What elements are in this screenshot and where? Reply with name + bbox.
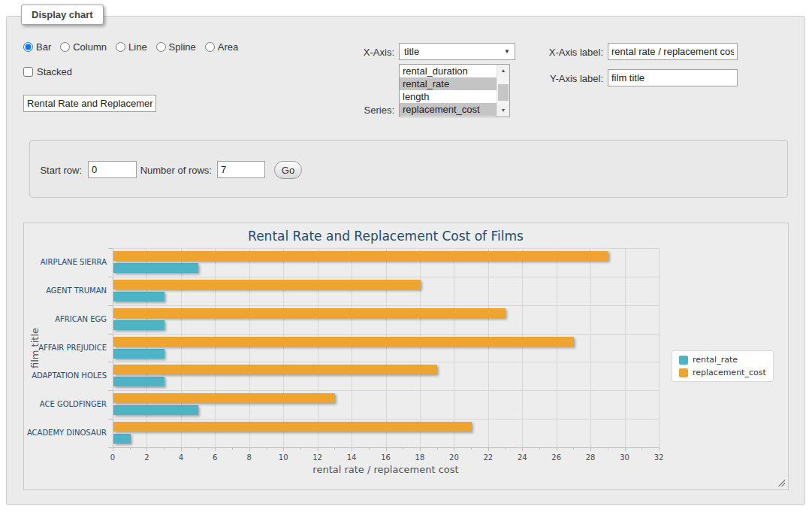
- x-tick-label: 22: [477, 453, 500, 462]
- value-gridline: [625, 248, 626, 447]
- value-gridline: [181, 248, 182, 447]
- category-label: AFFAIR PREJUDICE: [26, 344, 107, 352]
- x-tick-label: 2: [135, 453, 158, 462]
- panel-legend: Display chart: [21, 5, 104, 25]
- category-label: AIRPLANE SIERRA: [26, 258, 107, 266]
- x-axis-tick: [386, 447, 387, 451]
- value-gridline: [659, 248, 660, 447]
- bar-rental-rate: [113, 377, 165, 386]
- y-axis-tick: [108, 305, 113, 306]
- chart-type-option-column[interactable]: Column: [60, 41, 107, 53]
- x-tick-label: 4: [170, 453, 192, 462]
- x-axis-minor-tick: [403, 447, 403, 450]
- x-axis-minor-tick: [164, 447, 165, 450]
- x-axis-tick: [420, 447, 421, 451]
- bar-replacement-cost: [113, 422, 472, 432]
- chart-title: Rental Rate and Replacement Cost of Film…: [113, 229, 659, 244]
- chart-type-label: Column: [73, 41, 107, 53]
- value-gridline: [557, 248, 557, 447]
- x-tick-label: 26: [545, 453, 568, 462]
- chart-type-radio-column[interactable]: [60, 42, 70, 52]
- scroll-down-icon[interactable]: ▼: [497, 105, 509, 117]
- scrollbar-thumb[interactable]: [498, 84, 509, 101]
- legend-item-rental-rate[interactable]: rental_rate: [679, 355, 766, 365]
- x-tick-label: 14: [340, 453, 363, 462]
- chart-type-radio-line[interactable]: [116, 42, 125, 52]
- bar-rental-rate: [113, 405, 198, 415]
- x-axis-minor-tick: [300, 447, 301, 450]
- x-tick-label: 28: [579, 453, 602, 462]
- x-tick-label: 32: [647, 453, 670, 462]
- y-axis-tick: [108, 362, 113, 362]
- chart-type-radio-bar[interactable]: [23, 42, 33, 52]
- chart-type-label: Line: [128, 41, 147, 53]
- chart-title-input[interactable]: [23, 95, 156, 112]
- chart-container: Rental Rate and Replacement Cost of Film…: [23, 223, 789, 490]
- chart-type-radio-spline[interactable]: [156, 42, 166, 52]
- number-of-rows-label: Number of rows:: [139, 165, 212, 176]
- category-label: AFRICAN EGG: [26, 315, 107, 323]
- display-chart-panel: BarColumnLineSplineArea Stacked X-Axis: …: [6, 16, 805, 505]
- stacked-checkbox[interactable]: [23, 67, 33, 77]
- series-listbox[interactable]: rental_durationrental_ratelengthreplacem…: [399, 64, 510, 117]
- go-button[interactable]: Go: [274, 161, 302, 179]
- x-tick-label: 18: [409, 453, 431, 462]
- x-axis-minor-tick: [641, 447, 642, 450]
- y-axis-tick: [108, 390, 113, 391]
- value-gridline: [522, 248, 523, 447]
- chart-type-label: Spline: [169, 41, 196, 53]
- resize-handle-icon[interactable]: [777, 478, 785, 486]
- x-axis-minor-tick: [369, 447, 370, 450]
- series-option-replacement-cost[interactable]: replacement_cost: [400, 103, 497, 116]
- category-label: ACE GOLDFINGER: [26, 400, 107, 408]
- x-axis-select[interactable]: title ▼: [399, 43, 515, 60]
- x-axis-tick: [146, 447, 147, 451]
- chart-legend: rental_ratereplacement_cost: [672, 350, 774, 382]
- x-tick-label: 8: [238, 453, 261, 462]
- chart-type-radio-area[interactable]: [205, 42, 215, 52]
- x-axis-minor-tick: [334, 447, 335, 450]
- stacked-label: Stacked: [37, 66, 72, 77]
- y-axis-label-input[interactable]: [608, 69, 738, 86]
- stacked-checkbox-row[interactable]: Stacked: [23, 66, 72, 77]
- y-axis-tick: [108, 248, 113, 249]
- series-option-rental-duration[interactable]: rental_duration: [400, 65, 497, 77]
- value-gridline: [215, 248, 216, 447]
- x-axis-label-input[interactable]: [608, 43, 738, 60]
- x-axis-tick: [454, 447, 454, 451]
- x-axis-select-label: X-Axis:: [330, 47, 394, 58]
- bar-replacement-cost: [113, 308, 506, 318]
- value-gridline: [454, 248, 454, 447]
- series-options: rental_durationrental_ratelengthreplacem…: [400, 65, 497, 117]
- x-axis-tick: [590, 447, 591, 451]
- x-axis-minor-tick: [130, 447, 131, 450]
- bar-rental-rate: [113, 292, 165, 301]
- series-option-length[interactable]: length: [400, 90, 497, 103]
- x-axis-tick: [625, 447, 626, 451]
- category-label: ACADEMY DINOSAUR: [26, 429, 107, 437]
- x-tick-label: 10: [272, 453, 294, 462]
- y-axis-label-field-label: Y-Axis label:: [525, 73, 603, 84]
- start-row-input[interactable]: [88, 161, 137, 178]
- chart-type-option-area[interactable]: Area: [205, 41, 238, 53]
- chart-type-option-bar[interactable]: Bar: [23, 41, 51, 53]
- x-tick-label: 30: [614, 453, 636, 462]
- scroll-up-icon[interactable]: ▲: [497, 65, 509, 77]
- number-of-rows-input[interactable]: [217, 161, 265, 178]
- x-axis-tick: [113, 447, 113, 451]
- x-axis-select-value: title: [404, 46, 419, 57]
- series-option-rental-rate[interactable]: rental_rate: [400, 77, 497, 90]
- x-axis-minor-tick: [608, 447, 608, 450]
- bar-replacement-cost: [113, 365, 437, 374]
- chart-type-option-line[interactable]: Line: [116, 41, 147, 53]
- legend-item-replacement-cost[interactable]: replacement_cost: [679, 368, 766, 377]
- value-gridline: [386, 248, 387, 447]
- x-axis-minor-tick: [437, 447, 438, 450]
- x-axis-tick: [215, 447, 216, 451]
- category-label: ADAPTATION HOLES: [26, 371, 107, 380]
- row-controls-box: Start row: Number of rows: Go: [29, 140, 788, 198]
- chart-type-option-spline[interactable]: Spline: [156, 41, 196, 53]
- x-axis-minor-tick: [506, 447, 506, 450]
- x-axis-tick: [488, 447, 489, 451]
- series-scrollbar[interactable]: ▲ ▼: [497, 65, 509, 117]
